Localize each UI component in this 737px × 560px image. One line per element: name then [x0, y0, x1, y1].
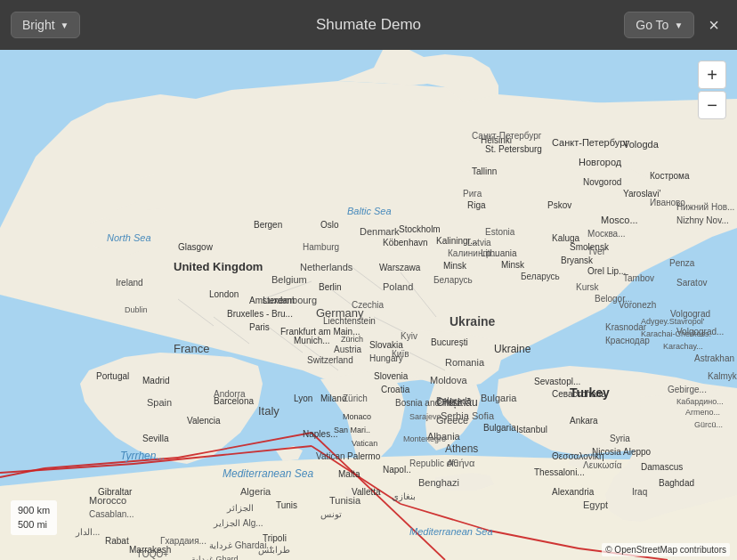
svg-text:Liechtenstein: Liechtenstein: [323, 316, 376, 326]
svg-text:ГОQО+: ГОQО+: [138, 549, 168, 559]
svg-text:San Mari..: San Mari..: [334, 426, 370, 434]
zoom-in-button[interactable]: +: [698, 61, 726, 89]
theme-chevron-icon: ▼: [61, 20, 69, 30]
svg-text:Bulgaria: Bulgaria: [483, 423, 516, 433]
svg-text:Volgograd: Volgograd: [670, 309, 710, 319]
svg-text:Bucurеști: Bucurеști: [431, 337, 468, 347]
svg-text:Rabat: Rabat: [105, 536, 129, 546]
svg-text:Volgograd...: Volgograd...: [676, 327, 724, 337]
svg-text:Kaliningr...: Kaliningr...: [436, 236, 478, 246]
close-button[interactable]: ×: [701, 12, 726, 39]
svg-text:Astrakhan: Astrakhan: [694, 353, 734, 363]
goto-button-label: Go To: [636, 18, 668, 32]
goto-chevron-icon: ▼: [674, 20, 683, 30]
svg-text:Naples...: Naples...: [303, 429, 337, 439]
svg-text:Hungary: Hungary: [369, 353, 403, 363]
svg-text:Alexandria: Alexandria: [552, 487, 595, 497]
svg-text:Romania: Romania: [445, 357, 485, 368]
svg-text:Sevilla: Sevilla: [142, 434, 169, 443]
svg-text:Беларусь: Беларусь: [433, 275, 473, 285]
svg-text:Ankara: Ankara: [570, 416, 598, 426]
svg-text:Беларусь: Беларусь: [521, 272, 560, 281]
header-right-controls: Go To ▼ ×: [624, 12, 726, 39]
svg-text:Paris: Paris: [249, 322, 270, 332]
svg-text:Egypt: Egypt: [583, 499, 608, 510]
svg-text:Malta: Malta: [338, 469, 360, 479]
svg-text:Novgorod: Novgorod: [583, 177, 621, 187]
svg-text:Slovakia: Slovakia: [369, 340, 403, 350]
svg-text:Benghazi: Benghazi: [418, 477, 459, 488]
svg-text:Slovenia: Slovenia: [374, 371, 409, 381]
svg-text:Denmark: Denmark: [360, 226, 400, 237]
map-container[interactable]: North Sea Baltic Sea Mediterranean Sea M…: [0, 50, 737, 560]
svg-text:Vatican: Vatican: [316, 451, 345, 461]
svg-text:Bosnia and Herz...: Bosnia and Herz...: [395, 398, 468, 408]
svg-text:Valencia: Valencia: [187, 416, 221, 426]
svg-text:Sarajevo: Sarajevo: [409, 412, 441, 421]
svg-text:Austria: Austria: [334, 345, 362, 354]
svg-text:Istanbul: Istanbul: [516, 425, 547, 434]
svg-text:Athens: Athens: [445, 442, 478, 455]
svg-text:Republic of..: Republic of..: [409, 459, 459, 468]
svg-text:Tunis: Tunis: [276, 500, 297, 510]
svg-text:Damascus: Damascus: [641, 462, 683, 472]
svg-text:Croatia: Croatia: [381, 385, 410, 394]
zoom-out-button[interactable]: −: [698, 91, 726, 119]
theme-button[interactable]: Bright ▼: [11, 12, 80, 38]
svg-text:الدار...: الدار...: [75, 527, 100, 538]
svg-text:Iraq: Iraq: [632, 487, 647, 497]
svg-text:Nicosia: Nicosia: [592, 447, 621, 457]
svg-text:Tambov: Tambov: [623, 273, 654, 283]
svg-text:Bulgaria: Bulgaria: [481, 393, 517, 403]
svg-text:Monaco: Monaco: [343, 412, 371, 421]
scale-km: 900 km: [18, 504, 50, 517]
svg-text:تونس: تونس: [320, 509, 342, 520]
svg-text:Glasgow: Glasgow: [178, 242, 214, 252]
svg-text:Italy: Italy: [258, 404, 279, 418]
svg-text:Gebirge...: Gebirge...: [668, 385, 707, 394]
svg-text:Kalmyk: Kalmyk: [708, 371, 737, 381]
svg-text:Hamburg: Hamburg: [303, 242, 339, 252]
scale-bar: 900 km 500 mi: [11, 500, 57, 535]
svg-text:Ukraine: Ukraine: [449, 314, 496, 329]
svg-text:Amsterdam: Amsterdam: [249, 296, 295, 305]
svg-text:Kyiv: Kyiv: [401, 331, 417, 341]
svg-text:Penza: Penza: [669, 258, 695, 268]
svg-text:Севастополь: Севастополь: [552, 389, 605, 399]
svg-text:London: London: [209, 289, 239, 299]
svg-text:Thessaloni...: Thessaloni...: [534, 467, 585, 477]
svg-text:Tver': Tver': [587, 247, 607, 256]
svg-text:Oslo: Oslo: [320, 220, 339, 230]
svg-text:Aleppo: Aleppo: [623, 447, 652, 457]
svg-text:Mosco...: Mosco...: [601, 215, 638, 225]
svg-text:Voronezh: Voronezh: [619, 300, 656, 310]
svg-text:Москва...: Москва...: [587, 229, 625, 239]
svg-text:Нижний Нов...: Нижний Нов...: [676, 202, 734, 212]
svg-text:Algeria: Algeria: [240, 486, 271, 497]
svg-text:Minsk: Minsk: [443, 261, 467, 271]
svg-text:Napol..: Napol..: [383, 465, 411, 475]
app-title: Shumate Demo: [316, 16, 421, 34]
svg-text:Munich...: Munich...: [294, 336, 330, 345]
svg-text:North Sea: North Sea: [107, 232, 151, 243]
svg-text:Dublin: Dublin: [125, 305, 148, 314]
svg-text:Sevastopl...: Sevastopl...: [534, 377, 580, 386]
svg-text:Saratov: Saratov: [676, 278, 707, 288]
map-attribution: © OpenStreetMap contributors: [602, 543, 730, 556]
goto-button[interactable]: Go To ▼: [624, 12, 694, 38]
svg-text:Pskov: Pskov: [547, 200, 571, 210]
svg-text:Lyon: Lyon: [294, 394, 312, 403]
svg-text:طرابلس: طرابلس: [258, 545, 290, 556]
svg-text:Syria: Syria: [610, 434, 630, 443]
svg-text:Mediterranean Sea: Mediterranean Sea: [223, 467, 313, 480]
svg-text:Warszawa: Warszawa: [379, 263, 421, 272]
svg-text:Tunisia: Tunisia: [329, 495, 361, 506]
svg-text:Karachay...: Karachay...: [663, 342, 703, 351]
svg-text:Belgium: Belgium: [271, 274, 307, 285]
svg-text:Mediterranean Sea: Mediterranean Sea: [409, 526, 493, 537]
svg-text:Poland: Poland: [383, 281, 413, 292]
svg-text:Switzerland: Switzerland: [307, 355, 353, 365]
svg-text:Palermo: Palermo: [347, 451, 381, 461]
svg-text:Санкт-Петербург: Санкт-Петербург: [472, 131, 542, 141]
svg-text:Tallinn: Tallinn: [472, 166, 497, 176]
